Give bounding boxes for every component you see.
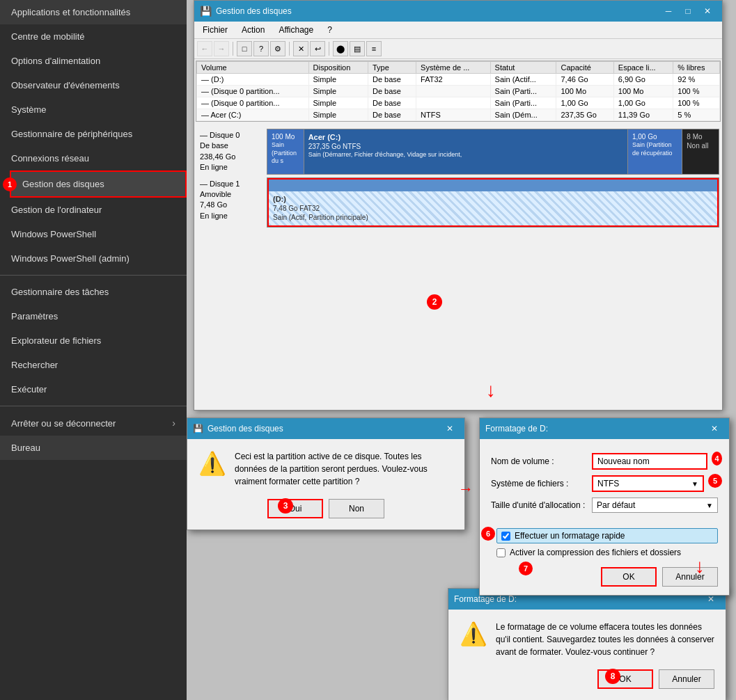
dropdown-arrow-icon: ▼ xyxy=(691,480,698,488)
table-cell: — (Disque 0 partition... xyxy=(197,86,309,97)
compress-label: Activer la compression des fichiers et d… xyxy=(510,548,681,557)
table-cell: 7,46 Go xyxy=(556,74,613,86)
partition-system[interactable]: 100 Mo Sain (Partition du s xyxy=(267,129,304,174)
back-button[interactable]: ← xyxy=(197,41,212,56)
sidebar-item-devices[interactable]: Gestionnaire de périphériques xyxy=(0,122,187,146)
dropdown-arrow2-icon: ▼ xyxy=(706,502,713,509)
table-row[interactable]: — (Disque 0 partition...SimpleDe baseSai… xyxy=(197,97,720,109)
toolbar-btn-9[interactable]: ▤ xyxy=(350,41,365,56)
step-4-badge: 4 xyxy=(712,452,722,466)
col-filesystem[interactable]: Système de ... xyxy=(416,62,491,74)
down-arrow2-icon: ↓ xyxy=(695,555,705,578)
toolbar-btn-8[interactable]: ⬤ xyxy=(333,41,348,56)
table-cell: Simple xyxy=(308,109,368,121)
disk-map-area: — Disque 0De base238,46 GoEn ligne 100 M… xyxy=(194,123,722,233)
table-row[interactable]: — Acer (C:)SimpleDe baseNTFSSain (Dém...… xyxy=(197,109,720,121)
col-volume[interactable]: Volume xyxy=(197,62,309,74)
sidebar-item-events[interactable]: Observateur d'événements xyxy=(0,73,187,97)
sidebar-item-shutdown[interactable]: Arrêter ou se déconnecter › xyxy=(0,411,187,436)
confirm2-cancel-button[interactable]: Annuler xyxy=(659,669,714,689)
menu-fichier[interactable]: Fichier xyxy=(197,23,233,37)
sidebar-item-apps[interactable]: Applications et fonctionnalités xyxy=(0,0,187,24)
table-cell: Simple xyxy=(308,97,368,109)
sidebar-item-ps-admin[interactable]: Windows PowerShell (admin) xyxy=(0,246,187,271)
maximize-button[interactable]: □ xyxy=(679,4,697,18)
dialog-confirm2-text: Le formatage de ce volume effacera toute… xyxy=(496,621,714,658)
col-type[interactable]: Type xyxy=(368,62,416,74)
toolbar-btn-5[interactable]: ⚙ xyxy=(270,41,285,56)
disk-0-row: — Disque 0De base238,46 GoEn ligne 100 M… xyxy=(197,129,719,175)
compress-checkbox[interactable] xyxy=(496,548,506,557)
sidebar-item-search[interactable]: Rechercher xyxy=(0,353,187,377)
sidebar-item-desktop[interactable]: Bureau xyxy=(0,436,187,460)
sidebar-item-disks[interactable]: 1 Gestion des disques → xyxy=(10,170,187,198)
dialog-format: Formatage de D: ✕ Nom de volume : 4 Syst… xyxy=(479,417,730,596)
toolbar-btn-6[interactable]: ✕ xyxy=(293,41,308,56)
format-cancel-button[interactable]: Annuler xyxy=(662,567,718,587)
partition-d[interactable]: (D:) 7,48 Go FAT32 Sain (Actif, Partitio… xyxy=(267,178,719,227)
menu-action[interactable]: Action xyxy=(236,23,270,37)
toolbar-btn-3[interactable]: □ xyxy=(237,41,252,56)
sidebar-item-network[interactable]: Connexions réseau xyxy=(0,146,187,170)
table-cell: 100 % xyxy=(673,86,720,97)
table-cell: 1,00 Go xyxy=(556,97,613,109)
col-capacity[interactable]: Capacité xyxy=(556,62,613,74)
sidebar-item-tasks[interactable]: Gestionnaire des tâches xyxy=(0,280,187,304)
partition-unalloc[interactable]: 8 MoNon all xyxy=(682,129,719,174)
table-cell: 92 % xyxy=(673,74,720,86)
table-cell: — (Disque 0 partition... xyxy=(197,97,309,109)
sidebar-item-explorer[interactable]: Explorateur de fichiers xyxy=(0,328,187,353)
forward-button[interactable]: → xyxy=(214,41,229,56)
table-cell: De base xyxy=(368,74,416,86)
minimize-button[interactable]: ─ xyxy=(659,4,678,18)
quick-format-label: Effectuer un formatage rapide xyxy=(515,531,625,541)
sidebar-item-run[interactable]: Exécuter xyxy=(0,377,187,401)
sidebar-item-power[interactable]: Options d'alimentation xyxy=(0,49,187,73)
col-status[interactable]: Statut xyxy=(490,62,556,74)
disk-0-partitions: 100 Mo Sain (Partition du s Acer (C:) 23… xyxy=(267,129,719,175)
table-row[interactable]: — (D:)SimpleDe baseFAT32Sain (Actif...7,… xyxy=(197,74,720,86)
sidebar-item-ps[interactable]: Windows PowerShell xyxy=(0,222,187,246)
chevron-right-icon: › xyxy=(172,417,175,429)
close-button[interactable]: ✕ xyxy=(698,4,717,18)
table-cell: De base xyxy=(368,109,416,121)
menu-affichage[interactable]: Affichage xyxy=(273,23,319,37)
dialog-confirm-close[interactable]: ✕ xyxy=(441,422,459,436)
fs-select[interactable]: NTFS ▼ xyxy=(592,475,704,492)
table-row[interactable]: — (Disque 0 partition...SimpleDe baseSai… xyxy=(197,86,720,97)
disk-icon: 💾 xyxy=(200,6,212,17)
format-dialog-close[interactable]: ✕ xyxy=(705,422,723,436)
table-cell: 6,90 Go xyxy=(613,74,673,86)
nom-input[interactable] xyxy=(592,453,707,470)
sidebar-item-mobility[interactable]: Centre de mobilité xyxy=(0,24,187,49)
sidebar-item-system[interactable]: Système xyxy=(0,97,187,122)
partition-c[interactable]: Acer (C:) 237,35 Go NTFS Sain (Démarrer,… xyxy=(304,129,627,174)
toolbar-btn-4[interactable]: ? xyxy=(253,41,269,56)
sidebar: Applications et fonctionnalités Centre d… xyxy=(0,0,187,700)
toolbar-btn-7[interactable]: ↩ xyxy=(310,41,325,56)
quick-format-checkbox[interactable] xyxy=(501,532,510,541)
disk-1-row: — Disque 1Amovible7,48 GoEn ligne (D:) 7… xyxy=(197,177,719,228)
btn-no[interactable]: Non xyxy=(329,499,384,518)
menu-help[interactable]: ? xyxy=(322,23,338,37)
table-cell: Simple xyxy=(308,86,368,97)
col-disposition[interactable]: Disposition xyxy=(308,62,368,74)
format-row-alloc: Taille d'unité d'allocation : Par défaut… xyxy=(491,498,718,513)
table-cell: 100 % xyxy=(673,97,720,109)
table-cell: 100 Mo xyxy=(613,86,673,97)
partition-size-recovery: 1,00 Go xyxy=(632,132,678,141)
sidebar-item-computer[interactable]: Gestion de l'ordinateur xyxy=(0,198,187,222)
col-percent[interactable]: % libres xyxy=(673,62,720,74)
dialog-confirm-titlebar: 💾 Gestion des disques ✕ xyxy=(187,418,464,439)
col-free[interactable]: Espace li... xyxy=(613,62,673,74)
table-cell: — (D:) xyxy=(197,74,309,86)
sidebar-item-settings[interactable]: Paramètres xyxy=(0,304,187,328)
partition-recovery[interactable]: 1,00 Go Sain (Partition de récupératio xyxy=(628,129,682,174)
dialog-confirm2-title: Formatage de D: xyxy=(454,594,517,604)
alloc-select[interactable]: Par défaut ▼ xyxy=(592,498,718,513)
dialog-confirm-text: Ceci est la partition active de ce disqu… xyxy=(235,450,453,488)
toolbar-btn-10[interactable]: ≡ xyxy=(366,41,382,56)
format-ok-button[interactable]: OK xyxy=(601,567,657,587)
btn-yes[interactable]: Oui xyxy=(267,499,323,518)
warning-icon: ⚠️ xyxy=(198,450,226,477)
